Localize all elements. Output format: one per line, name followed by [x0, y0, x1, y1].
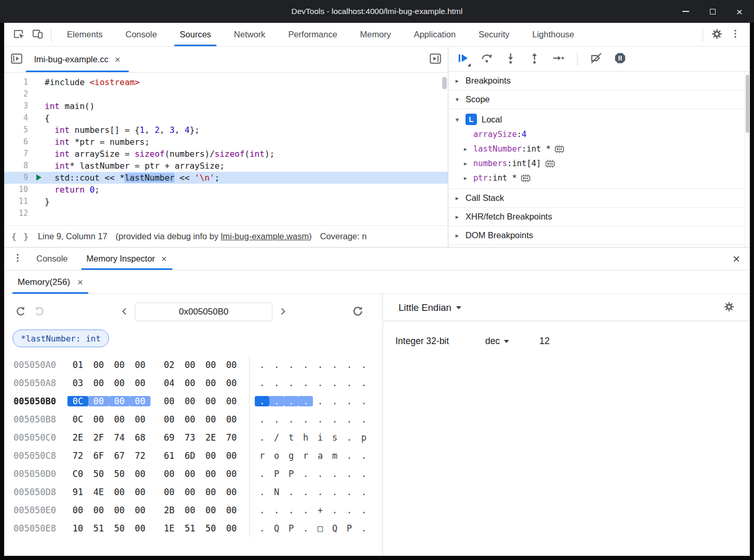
- memory-ascii-char[interactable]: .: [284, 414, 298, 425]
- section-xhr-fetch-breakpoints[interactable]: ▸XHR/fetch Breakpoints: [448, 208, 750, 226]
- code-line-1[interactable]: 1#include <iostream>: [4, 76, 448, 88]
- code-line-9[interactable]: 9 std::cout << *lastNumber << '\n';: [4, 172, 448, 184]
- memory-ascii-char[interactable]: .: [313, 360, 327, 370]
- open-in-memory-inspector-icon[interactable]: [520, 174, 531, 183]
- memory-row[interactable]: 005050E8105150001E515000.QP.□QP.: [4, 519, 382, 537]
- memory-ascii-char[interactable]: .: [269, 396, 284, 406]
- tab-console[interactable]: Console: [114, 23, 169, 46]
- memory-ascii-char[interactable]: .: [313, 469, 327, 479]
- memory-ascii-char[interactable]: .: [255, 469, 269, 479]
- memory-row[interactable]: 005050E0000000002B000000....+...: [4, 501, 382, 519]
- section-call-stack[interactable]: ▸Call Stack: [448, 189, 750, 208]
- memory-ascii-char[interactable]: .: [298, 396, 313, 406]
- memory-ascii-char[interactable]: .: [327, 396, 342, 406]
- code-line-11[interactable]: 11}: [4, 196, 448, 208]
- memory-ascii-char[interactable]: g: [284, 450, 298, 461]
- scope-group-local[interactable]: ▾LLocal: [448, 112, 750, 127]
- memory-byte[interactable]: 00: [88, 396, 109, 406]
- tab-network[interactable]: Network: [223, 23, 277, 46]
- code-line-3[interactable]: 3int main(): [4, 100, 448, 112]
- memory-byte[interactable]: 50: [200, 523, 221, 534]
- memory-byte[interactable]: 00: [200, 469, 221, 479]
- tab-lighthouse[interactable]: Lighthouse: [521, 23, 586, 46]
- value-format-select[interactable]: dec: [485, 336, 509, 347]
- code-line-12[interactable]: 12: [4, 208, 448, 220]
- minimize-button[interactable]: [678, 4, 693, 19]
- tab-performance[interactable]: Performance: [277, 23, 348, 46]
- memory-ascii-char[interactable]: .: [313, 487, 327, 497]
- tab-application[interactable]: Application: [402, 23, 467, 46]
- memory-byte[interactable]: 6F: [88, 450, 109, 461]
- memory-byte[interactable]: 00: [130, 487, 150, 497]
- memory-ascii-char[interactable]: .: [255, 432, 269, 443]
- memory-ascii-char[interactable]: .: [284, 378, 298, 388]
- memory-byte[interactable]: 50: [109, 469, 130, 479]
- memory-ascii-char[interactable]: .: [298, 360, 313, 370]
- memory-byte[interactable]: 73: [180, 432, 200, 443]
- memory-byte[interactable]: 00: [159, 396, 180, 406]
- code-line-2[interactable]: 2: [4, 88, 448, 100]
- memory-byte[interactable]: 00: [130, 378, 150, 388]
- memory-row[interactable]: 005050C8726F6772616D0000rogram..: [4, 446, 382, 465]
- memory-byte[interactable]: 61: [159, 450, 180, 461]
- toggle-navigator-sidebar-button[interactable]: [7, 50, 26, 69]
- more-options-button[interactable]: [726, 25, 745, 44]
- section-scope[interactable]: ▾Scope: [448, 90, 750, 109]
- memory-byte[interactable]: 00: [88, 414, 109, 425]
- memory-ascii-char[interactable]: .: [342, 396, 357, 406]
- memory-ascii-char[interactable]: .: [357, 487, 371, 497]
- scope-variable-arraysize[interactable]: arraySize: 4: [448, 127, 750, 142]
- memory-byte[interactable]: 74: [109, 432, 130, 443]
- section-dom-breakpoints[interactable]: ▸DOM Breakpoints: [448, 226, 750, 245]
- memory-byte[interactable]: 00: [88, 378, 109, 388]
- line-number[interactable]: 2: [4, 88, 36, 100]
- memory-byte[interactable]: 00: [109, 396, 130, 406]
- history-back-button[interactable]: [11, 303, 30, 321]
- memory-ascii-char[interactable]: Q: [269, 523, 284, 534]
- drawer-tab-console[interactable]: Console: [27, 248, 77, 270]
- memory-ascii-char[interactable]: N: [269, 487, 284, 497]
- memory-byte[interactable]: 00: [109, 487, 130, 497]
- line-number[interactable]: 1: [4, 76, 36, 88]
- memory-byte[interactable]: 00: [200, 450, 221, 461]
- memory-byte[interactable]: 00: [200, 505, 221, 515]
- memory-ascii-char[interactable]: .: [357, 523, 371, 534]
- memory-ascii-char[interactable]: .: [284, 360, 298, 370]
- memory-ascii-char[interactable]: p: [357, 432, 371, 443]
- memory-byte[interactable]: 00: [200, 360, 221, 370]
- memory-byte[interactable]: 00: [200, 378, 221, 388]
- memory-byte[interactable]: 6D: [180, 450, 200, 461]
- memory-byte[interactable]: 2F: [88, 432, 109, 443]
- step-into-button[interactable]: [501, 50, 520, 69]
- code-line-5[interactable]: 5 int numbers[] = {1, 2, 3, 4};: [4, 124, 448, 136]
- resume-button[interactable]: [454, 50, 472, 69]
- memory-byte[interactable]: 68: [130, 432, 150, 443]
- memory-ascii-char[interactable]: .: [255, 360, 269, 370]
- memory-ascii-char[interactable]: .: [327, 487, 342, 497]
- code-line-7[interactable]: 7 int arraySize = sizeof(numbers)/sizeof…: [4, 148, 448, 160]
- tab-memory[interactable]: Memory: [349, 23, 403, 46]
- refresh-button[interactable]: [348, 303, 367, 321]
- memory-byte[interactable]: 00: [159, 469, 180, 479]
- memory-ascii-char[interactable]: .: [342, 450, 357, 461]
- memory-ascii-char[interactable]: .: [327, 360, 342, 370]
- memory-byte[interactable]: 02: [159, 360, 180, 370]
- memory-ascii-char[interactable]: .: [357, 505, 371, 515]
- memory-byte[interactable]: 00: [200, 396, 221, 406]
- memory-byte[interactable]: 50: [109, 523, 130, 534]
- memory-ascii-char[interactable]: .: [327, 505, 342, 515]
- memory-row[interactable]: 005050D0C050500000000000.PP.....: [4, 465, 382, 483]
- close-icon[interactable]: ×: [115, 54, 120, 64]
- memory-ascii-char[interactable]: P: [342, 523, 357, 534]
- line-number[interactable]: 12: [4, 208, 36, 220]
- memory-byte[interactable]: 00: [221, 487, 242, 497]
- memory-ascii-char[interactable]: r: [298, 450, 313, 461]
- memory-ascii-char[interactable]: .: [298, 487, 313, 497]
- line-number[interactable]: 3: [4, 100, 36, 112]
- wasm-file-link[interactable]: lmi-bug-example.wasm: [221, 231, 309, 241]
- open-in-memory-inspector-icon[interactable]: [554, 145, 565, 154]
- memory-ascii-char[interactable]: .: [357, 396, 371, 406]
- tab-elements[interactable]: Elements: [56, 23, 114, 46]
- memory-byte[interactable]: 91: [67, 487, 88, 497]
- memory-byte[interactable]: 00: [180, 378, 200, 388]
